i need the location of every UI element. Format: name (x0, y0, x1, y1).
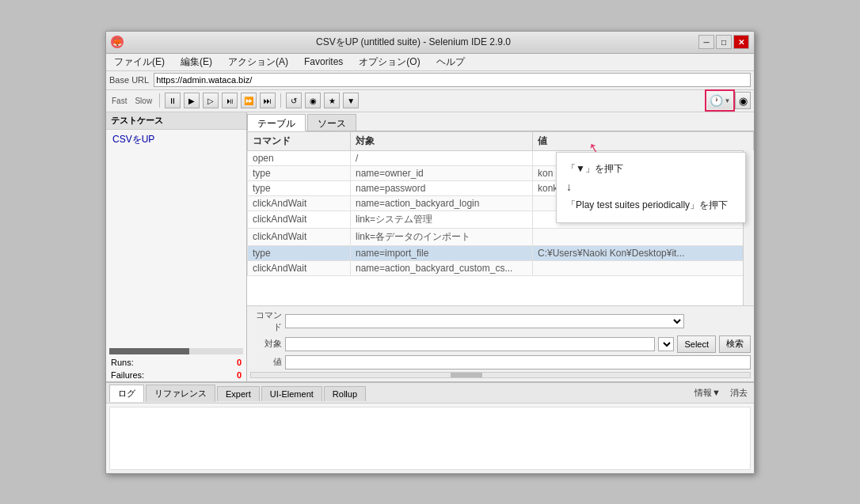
toolbar-btn-4[interactable]: ⏯ (222, 93, 238, 108)
clock-button[interactable]: 🕐 ▼ (707, 92, 733, 109)
cell-cmd: clickAndWait (248, 210, 351, 228)
col-header-value: 値 (533, 131, 754, 150)
value-label: 値 (250, 356, 282, 368)
stats-runs: Runs: 0 (106, 356, 246, 369)
test-panel: テストケース CSVをUP Runs: 0 Failures: 0 (106, 112, 247, 381)
toolbar-btn-9[interactable]: ★ (324, 93, 340, 108)
table-row[interactable]: clickAndWait name=action_backyard_custom… (248, 260, 754, 275)
table-row[interactable]: clickAndWait link=各データのインポート (248, 228, 754, 245)
toolbar-btn-7[interactable]: ↺ (286, 93, 302, 108)
cell-target: name=action_backyard_custom_cs... (351, 260, 533, 275)
clock-icon: 🕐 (710, 94, 723, 107)
base-url-input[interactable] (154, 73, 751, 87)
tooltip-arrow: ↓ (566, 177, 736, 197)
main-content: テストケース CSVをUP Runs: 0 Failures: 0 テーブル ソ… (106, 112, 754, 381)
target-row: 対象 Select 検索 (250, 335, 751, 353)
cell-target: / (351, 150, 533, 165)
menu-action[interactable]: アクション(A) (223, 54, 293, 70)
tab-source[interactable]: ソース (307, 114, 356, 131)
menu-file[interactable]: ファイル(E) (109, 54, 169, 70)
log-tab-rollup[interactable]: Rollup (324, 386, 366, 401)
cell-target: name=action_backyard_login (351, 195, 533, 210)
test-panel-spacer (106, 150, 246, 347)
toolbar-btn-1[interactable]: ⏸ (165, 93, 181, 108)
cell-target: name=owner_id (351, 165, 533, 180)
cell-cmd: clickAndWait (248, 228, 351, 245)
speed-fast[interactable]: Fast (109, 96, 129, 106)
minimize-button[interactable]: ─ (698, 35, 714, 49)
maximize-button[interactable]: □ (716, 35, 732, 49)
test-case-item[interactable]: CSVをUP (106, 130, 246, 150)
tooltip-popup: 「▼」を押下 ↓ 「Play test suites periodically」… (556, 152, 746, 223)
toolbar-btn-3[interactable]: ▷ (203, 93, 219, 108)
tooltip-line1: 「▼」を押下 (566, 161, 736, 178)
log-panel: ログ リファレンス Expert UI-Element Rollup 情報▼ 消… (106, 381, 754, 470)
value-row: 値 (250, 355, 751, 369)
horizontal-scrollbar[interactable] (250, 372, 751, 378)
cmd-label: コマンド (250, 309, 282, 333)
window-title: CSVをUP (untitled suite) - Selenium IDE 2… (128, 36, 698, 49)
base-url-label: Base URL (109, 75, 149, 85)
value-input[interactable] (285, 355, 751, 369)
stats-failures: Failures: 0 (106, 369, 246, 381)
log-tab-reference[interactable]: リファレンス (146, 385, 215, 402)
search-button[interactable]: 検索 (719, 335, 751, 353)
target-label: 対象 (250, 338, 282, 350)
menu-favorites[interactable]: Favorites (299, 55, 348, 69)
toolbar-row: Fast Slow ⏸ ▶ ▷ ⏯ ⏩ ⏭ ↺ ◉ ★ ▼ 🕐 ▼ ◉ (106, 90, 754, 112)
cell-cmd: type (248, 245, 351, 260)
divider-1 (159, 93, 160, 108)
divider-2 (280, 93, 281, 108)
toolbar-btn-10[interactable]: ▼ (343, 93, 359, 108)
close-button[interactable]: ✕ (733, 35, 749, 49)
bottom-controls: コマンド 対象 Select 検索 値 (247, 305, 754, 381)
log-tabs-row: ログ リファレンス Expert UI-Element Rollup 情報▼ 消… (106, 383, 754, 404)
progress-bar (109, 348, 189, 354)
failures-label: Failures: (111, 370, 144, 380)
log-tab-uielement[interactable]: UI-Element (261, 386, 322, 401)
target-input[interactable] (285, 337, 655, 351)
failures-value: 0 (237, 370, 242, 380)
log-actions: 情報▼ 消去 (691, 387, 751, 399)
cell-value (533, 228, 754, 245)
toolbar-btn-6[interactable]: ⏭ (260, 93, 276, 108)
menu-help[interactable]: ヘルプ (432, 54, 470, 70)
title-bar: 🦊 CSVをUP (untitled suite) - Selenium IDE… (106, 32, 754, 54)
cell-value (533, 260, 754, 275)
toolbar-btn-5[interactable]: ⏩ (241, 93, 257, 108)
base-url-row: Base URL (106, 71, 754, 90)
cmd-select[interactable] (285, 314, 684, 328)
target-dropdown[interactable] (658, 337, 674, 351)
cell-target: link=各データのインポート (351, 228, 533, 245)
runs-value: 0 (237, 358, 242, 367)
cell-cmd: open (248, 150, 351, 165)
cell-target: name=password (351, 180, 533, 195)
cell-cmd: clickAndWait (248, 260, 351, 275)
select-button[interactable]: Select (677, 335, 716, 353)
speed-slow[interactable]: Slow (132, 96, 154, 106)
table-row[interactable]: type name=import_file C:¥Users¥Naoki Kon… (248, 245, 754, 260)
toolbar-btn-2[interactable]: ▶ (184, 93, 200, 108)
tab-table[interactable]: テーブル (247, 114, 306, 131)
col-header-target: 対象 (351, 131, 533, 150)
log-info-button[interactable]: 情報▼ (691, 387, 724, 399)
cell-cmd: type (248, 165, 351, 180)
runs-label: Runs: (111, 358, 134, 367)
log-clear-button[interactable]: 消去 (727, 387, 751, 399)
log-tab-log[interactable]: ログ (109, 385, 144, 402)
cell-target: name=import_file (351, 245, 533, 260)
window-controls: ─ □ ✕ (698, 35, 749, 49)
scrollbar-thumb[interactable] (451, 373, 482, 377)
tooltip-line2: 「Play test suites periodically」を押下 (566, 197, 736, 214)
progress-bar-container (109, 348, 243, 354)
cmd-row: コマンド (250, 309, 751, 333)
menu-options[interactable]: オプション(O) (354, 54, 424, 70)
menu-edit[interactable]: 編集(E) (176, 54, 217, 70)
menu-bar: ファイル(E) 編集(E) アクション(A) Favorites オプション(O… (106, 54, 754, 71)
toolbar-btn-extra[interactable]: ◉ (735, 92, 751, 109)
log-tab-expert[interactable]: Expert (217, 386, 260, 401)
cell-target: link=システム管理 (351, 210, 533, 228)
toolbar-btn-8[interactable]: ◉ (305, 93, 321, 108)
cell-cmd: type (248, 180, 351, 195)
cell-cmd: clickAndWait (248, 195, 351, 210)
